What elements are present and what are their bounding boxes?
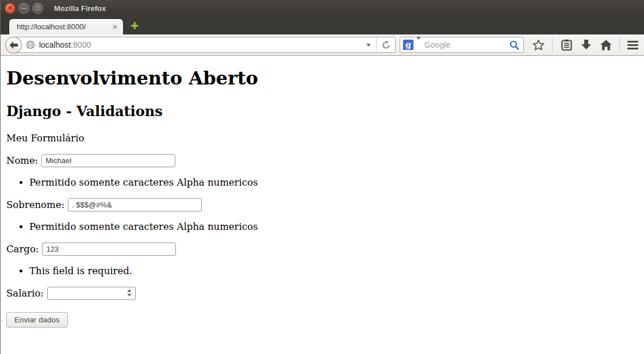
cargo-label: Cargo: <box>6 244 39 255</box>
window-close-button[interactable]: ✕ <box>5 3 16 14</box>
spinner-up-icon[interactable] <box>127 289 132 292</box>
reload-icon <box>382 41 390 49</box>
url-port-text: :8000 <box>71 40 91 49</box>
google-engine-icon[interactable]: g <box>403 40 413 50</box>
home-button[interactable] <box>600 40 612 51</box>
search-engine-dropdown[interactable] <box>416 40 421 50</box>
chevron-down-icon <box>366 44 371 47</box>
cargo-field-row: Cargo: <box>6 243 644 256</box>
browser-window: ✕ — ▢ Mozilla Firefox http://localhost:8… <box>0 0 644 354</box>
page-subtitle: Django - Validations <box>6 103 644 120</box>
maximize-icon: ▢ <box>35 6 40 11</box>
form-title: Meu Formulário <box>6 133 644 144</box>
back-arrow-icon <box>9 41 18 49</box>
new-tab-button[interactable]: ✚ <box>131 21 139 31</box>
nome-label: Nome: <box>6 155 38 166</box>
salario-label: Salario: <box>6 288 44 299</box>
search-bar[interactable]: g <box>400 37 524 53</box>
window-maximize-button[interactable]: ▢ <box>32 3 43 14</box>
salario-number-field <box>47 287 136 300</box>
nome-input[interactable] <box>41 154 175 167</box>
toolbar-separator <box>619 38 620 52</box>
close-icon: ✕ <box>7 5 12 11</box>
downloads-button[interactable] <box>581 40 592 50</box>
page-title: Desenvolvimento Aberto <box>6 56 644 89</box>
validation-error: Permitido somente caracteres Alpha numer… <box>29 177 644 188</box>
validation-error: This field is required. <box>29 266 644 276</box>
menu-button[interactable] <box>627 41 638 49</box>
window-title: Mozilla Firefox <box>54 4 106 13</box>
window-minimize-button[interactable]: — <box>18 3 29 14</box>
bookmark-star-button[interactable] <box>532 39 545 51</box>
title-bar: ✕ — ▢ Mozilla Firefox <box>1 0 644 16</box>
chevron-down-icon <box>416 37 421 49</box>
tab-bar: http://localhost:8000/ ✕ ✚ <box>1 16 644 34</box>
hamburger-icon <box>627 41 638 43</box>
url-bar[interactable]: localhost:8000 <box>13 37 396 53</box>
clipboard-icon <box>561 39 572 51</box>
cargo-input[interactable] <box>42 243 176 256</box>
salario-field-row: Salario: <box>6 287 644 300</box>
spinner-down-icon[interactable] <box>127 294 132 297</box>
page-content: Desenvolvimento Aberto Django - Validati… <box>1 56 644 328</box>
sobrenome-input[interactable] <box>68 198 202 211</box>
globe-icon[interactable] <box>26 40 35 49</box>
search-input[interactable] <box>424 40 509 49</box>
navigation-toolbar: localhost:8000 g <box>1 34 644 56</box>
tab-localhost[interactable]: http://localhost:8000/ ✕ <box>9 18 124 34</box>
search-icon[interactable] <box>509 40 519 50</box>
nome-error-list: Permitido somente caracteres Alpha numer… <box>6 177 644 188</box>
cargo-error-list: This field is required. <box>6 266 644 276</box>
sobrenome-field-row: Sobrenome: <box>6 198 644 211</box>
minimize-icon: — <box>22 6 26 10</box>
tab-close-icon[interactable]: ✕ <box>112 24 118 30</box>
bookmarks-menu-button[interactable] <box>561 39 572 51</box>
sobrenome-error-list: Permitido somente caracteres Alpha numer… <box>6 221 644 232</box>
validation-error: Permitido somente caracteres Alpha numer… <box>29 221 644 232</box>
star-icon <box>532 39 545 51</box>
toolbar-separator <box>552 38 553 52</box>
url-host-text: localhost <box>39 40 71 49</box>
back-button[interactable] <box>5 37 22 53</box>
number-spinner[interactable] <box>127 289 132 297</box>
reload-button[interactable] <box>376 37 395 52</box>
download-arrow-icon <box>581 40 592 50</box>
submit-button[interactable]: Enviar dados <box>6 312 68 328</box>
tab-title: http://localhost:8000/ <box>17 22 112 31</box>
salario-input[interactable] <box>47 287 136 300</box>
home-icon <box>600 40 612 51</box>
nome-field-row: Nome: <box>6 154 644 167</box>
url-dropdown-button[interactable] <box>361 37 376 52</box>
sobrenome-label: Sobrenome: <box>6 199 64 210</box>
